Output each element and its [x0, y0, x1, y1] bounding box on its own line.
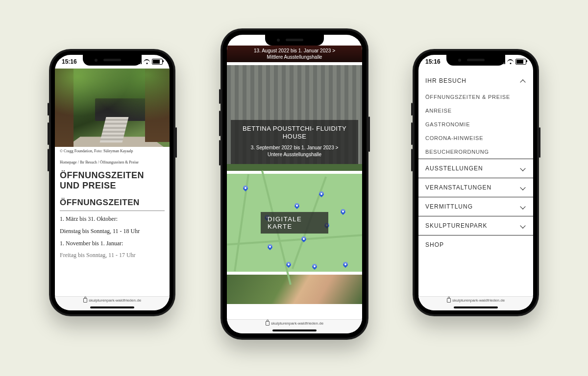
menu-item-label: VERMITTLUNG: [425, 203, 473, 210]
battery-icon: [344, 37, 355, 43]
body-text: Freitag bis Sonntag, 11 - 17 Uhr: [60, 251, 165, 259]
map-pin-icon: [311, 263, 318, 270]
submenu-item[interactable]: ÖFFNUNGSZEITEN & PREISE: [418, 90, 533, 104]
wifi-icon: [507, 59, 514, 64]
phone-mockup-right: 15:16 IHR BESUCHÖFFNUNGSZEITEN & PREISEA…: [413, 49, 539, 316]
chevron-down-icon: [519, 184, 526, 191]
wifi-icon: [336, 38, 343, 43]
submenu-item[interactable]: BESUCHERORDNUNG: [418, 145, 533, 159]
menu-item[interactable]: AUSSTELLUNGEN: [418, 159, 533, 178]
menu-item-label: VERANSTALTUNGEN: [425, 184, 491, 191]
exhibition-card-main[interactable]: BETTINA POUSTTCHI- FLUIDITY HOUSE 3. Sep…: [227, 65, 362, 171]
menu-item[interactable]: IHR BESUCH: [418, 71, 533, 90]
body-text: Dienstag bis Sonntag, 11 - 18 Uhr: [60, 227, 165, 235]
status-time: 15:15: [234, 37, 249, 44]
phone-mockup-left: 15:16 © Cragg Foundation, Foto: Süleyman…: [49, 49, 175, 316]
battery-icon: [152, 59, 163, 65]
menu-item-label: AUSSTELLUNGEN: [425, 165, 483, 172]
chevron-down-icon: [519, 222, 526, 229]
menu-item[interactable]: VERANSTALTUNGEN: [418, 178, 533, 197]
submenu-item[interactable]: ANREISE: [418, 104, 533, 118]
map-pin-icon: [242, 185, 249, 191]
body-text: 1. März bis 31. Oktober:: [60, 215, 165, 223]
home-indicator[interactable]: [90, 306, 134, 308]
page-content[interactable]: 13. August 2022 bis 1. Januar 2023 > Mit…: [227, 46, 362, 320]
battery-icon: [515, 59, 526, 65]
status-time: 15:16: [62, 58, 77, 65]
exhibition-title: BETTINA POUSTTCHI- FLUIDITY HOUSE: [234, 125, 355, 141]
notch: [83, 55, 142, 66]
url-bar[interactable]: skulpturenpark-waldfrieden.de: [266, 321, 323, 326]
page-title: ÖFFNUNGSZEITEN UND PREISE: [60, 170, 165, 191]
chevron-down-icon: [519, 165, 526, 172]
navigation-menu: IHR BESUCHÖFFNUNGSZEITEN & PREISEANREISE…: [418, 69, 533, 297]
section-heading: ÖFFNUNGSZEITEN: [60, 198, 165, 208]
phone-mockup-center: 15:15 13. August 2022 bis 1. Januar 2023…: [220, 28, 368, 340]
notch: [446, 55, 505, 66]
home-indicator[interactable]: [272, 329, 317, 331]
home-indicator[interactable]: [454, 306, 498, 308]
browser-chrome: skulpturenpark-waldfrieden.de: [418, 296, 533, 310]
submenu-item[interactable]: CORONA-HINWEISE: [418, 131, 533, 145]
page-content[interactable]: © Cragg Foundation, Foto: Süleyman Kayaa…: [55, 69, 170, 297]
signal-icon: [329, 38, 334, 43]
chevron-down-icon: [519, 203, 526, 210]
lock-icon: [447, 298, 451, 303]
exhibition-card-top[interactable]: 13. August 2022 bis 1. Januar 2023 > Mit…: [227, 46, 362, 62]
submenu-item[interactable]: GASTRONOMIE: [418, 118, 533, 131]
next-card-preview[interactable]: [227, 275, 362, 304]
breadcrumb[interactable]: Homepage / Ihr Besuch / Öffnungszeiten &…: [55, 153, 170, 165]
status-time: 15:16: [425, 58, 441, 65]
menu-item[interactable]: SKULPTURENPARK: [418, 216, 533, 235]
browser-chrome: skulpturenpark-waldfrieden.de: [55, 296, 170, 310]
hero-image: [55, 69, 170, 147]
lock-icon: [266, 321, 270, 326]
browser-chrome: skulpturenpark-waldfrieden.de: [227, 319, 362, 333]
lock-icon: [83, 298, 87, 303]
chevron-up-icon: [519, 77, 526, 84]
url-bar[interactable]: skulpturenpark-waldfrieden.de: [83, 298, 141, 303]
digital-map-card[interactable]: DIGITALE KARTE: [227, 174, 362, 272]
url-bar[interactable]: skulpturenpark-waldfrieden.de: [447, 298, 505, 303]
menu-item[interactable]: SHOP: [418, 235, 533, 254]
menu-item-label: IHR BESUCH: [425, 77, 466, 84]
menu-item-label: SHOP: [425, 241, 444, 248]
wifi-icon: [144, 59, 150, 64]
image-caption: © Cragg Foundation, Foto: Süleyman Kayaa…: [55, 147, 170, 153]
map-label: DIGITALE KARTE: [261, 212, 328, 234]
menu-item[interactable]: VERMITTLUNG: [418, 197, 533, 216]
map-pin-icon: [267, 243, 273, 250]
body-text: 1. November bis 1. Januar:: [60, 239, 165, 248]
exhibition-subtitle: 3. September 2022 bis 1. Januar 2023 > U…: [234, 144, 355, 158]
map-pin-icon: [294, 202, 300, 209]
notch: [265, 35, 324, 46]
menu-item-label: SKULPTURENPARK: [425, 222, 487, 229]
map-pin-icon: [340, 208, 346, 215]
map-pin-icon: [342, 261, 349, 268]
